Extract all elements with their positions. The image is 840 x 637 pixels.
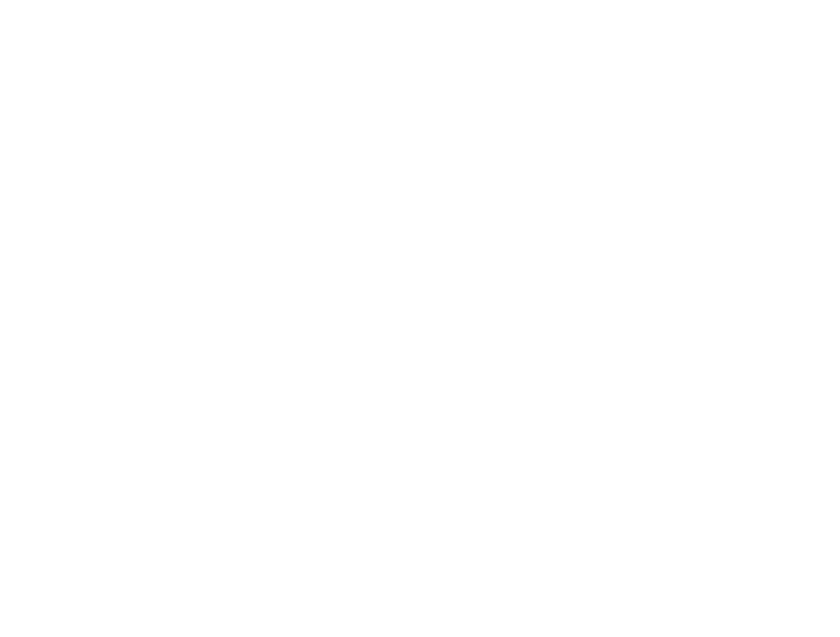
org-chart xyxy=(0,0,840,637)
